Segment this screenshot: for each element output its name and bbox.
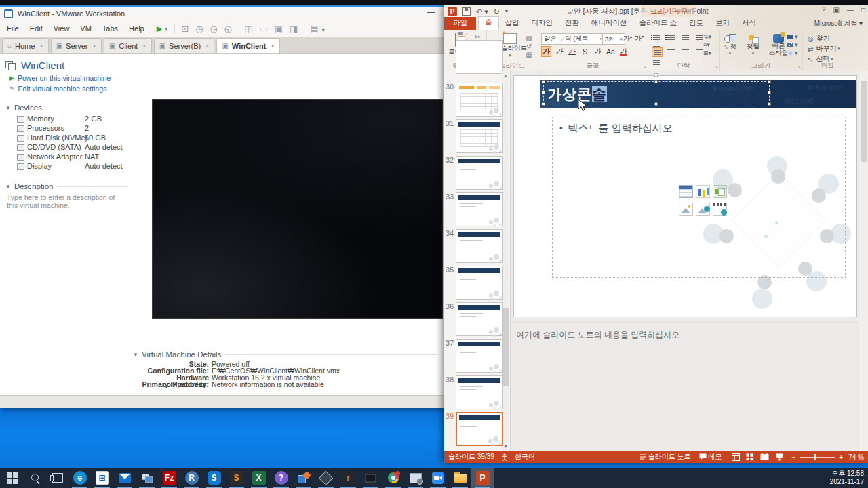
close-tab-icon[interactable]: × <box>142 43 146 49</box>
normal-view-icon[interactable] <box>732 453 740 461</box>
numbering-icon[interactable] <box>666 33 677 43</box>
vm-tab-winclient[interactable]: ▣WinClient× <box>216 38 279 53</box>
close-tab-icon[interactable]: × <box>93 43 96 49</box>
device-row[interactable]: Hard Disk (NVMe)60 GB <box>17 134 134 143</box>
ribbon-tab[interactable]: 보기 <box>709 17 736 30</box>
description-section-header[interactable]: ▼ Description <box>5 182 128 190</box>
align-text-icon[interactable]: ≡▾ <box>703 41 718 49</box>
vm-tab-server(b)[interactable]: ▣Server(B)× <box>154 38 215 53</box>
resize-handle[interactable] <box>542 91 545 94</box>
notes-toggle[interactable]: 슬라이드 노트 <box>639 452 691 462</box>
zoom-in-button[interactable]: + <box>839 453 843 461</box>
slide-thumbnail-partial[interactable] <box>456 40 503 74</box>
r-app-icon[interactable]: R <box>180 468 203 488</box>
slide-thumbnail-31[interactable] <box>456 119 503 153</box>
ribbon-tab[interactable]: 슬라이드 쇼 <box>633 17 683 30</box>
device-row[interactable]: CD/DVD (SATA)Auto detect <box>17 143 134 152</box>
smartart-convert-icon[interactable]: ⊞▾ <box>703 49 718 57</box>
take-snapshot-icon[interactable]: ◷ <box>192 24 206 34</box>
ribbon-tab[interactable]: 서식 <box>736 17 762 30</box>
ribbon-tab[interactable]: 전환 <box>559 17 585 30</box>
device-row[interactable]: Processors2 <box>17 124 134 134</box>
vm-console-preview[interactable] <box>153 100 442 318</box>
pc-settings-icon[interactable] <box>404 468 427 488</box>
quick-styles-button[interactable]: 빠른 스타일 <box>768 34 789 56</box>
device-row[interactable]: Memory2 GB <box>17 115 134 124</box>
arrange-button[interactable]: 정렬▾ <box>747 34 760 57</box>
orange-tool-icon[interactable]: r <box>337 468 359 488</box>
resize-handle[interactable] <box>654 102 658 106</box>
font-size-input[interactable]: 32▾ <box>602 33 625 45</box>
vm-tab-home[interactable]: ⌂Home× <box>2 38 49 53</box>
editor-scrollbar[interactable] <box>859 71 868 451</box>
manage-snapshots-icon[interactable]: ◵ <box>221 24 235 34</box>
help-app-icon[interactable]: ? <box>270 468 292 488</box>
scroll-up-icon[interactable]: ▲ <box>502 72 509 79</box>
store-icon[interactable]: ⊞ <box>91 468 113 488</box>
s-app-icon[interactable]: S <box>203 468 225 488</box>
menu-file[interactable]: File <box>1 24 24 33</box>
vmware-icon[interactable] <box>292 468 315 488</box>
change-case-button[interactable]: Aa <box>606 46 616 57</box>
resize-handle[interactable] <box>654 80 658 83</box>
character-spacing-button[interactable]: 가 <box>593 46 603 57</box>
start-button[interactable] <box>1 468 24 488</box>
close-tab-icon[interactable]: × <box>205 43 209 49</box>
insert-picture-icon[interactable] <box>679 203 693 216</box>
unity-mode-icon[interactable]: ◨ <box>286 24 301 34</box>
insert-table-icon[interactable] <box>679 185 693 198</box>
menu-view[interactable]: View <box>48 24 75 33</box>
help-button[interactable]: ? <box>822 6 826 14</box>
power-on-icon[interactable]: ▶ <box>150 24 165 33</box>
slide-thumbnail-38[interactable] <box>456 375 503 409</box>
dialog-launcher-icon[interactable]: ↘ <box>714 64 718 70</box>
reset-icon[interactable]: ↺ <box>524 42 534 50</box>
ribbon-tab[interactable]: 애니메이션 <box>585 17 633 30</box>
ribbon-tab[interactable]: 디자인 <box>526 17 559 30</box>
device-row[interactable]: DisplayAuto detect <box>17 162 134 171</box>
zoom-out-button[interactable]: − <box>792 453 796 461</box>
powerpoint-icon[interactable]: P <box>471 468 494 488</box>
shape-outline-icon[interactable]: ▾ <box>787 41 802 49</box>
find-button[interactable]: ◎찾기 <box>808 34 830 43</box>
redo-icon[interactable]: ↻ <box>494 7 500 16</box>
shape-fill-icon[interactable]: ▾ <box>787 33 802 41</box>
rotate-handle[interactable] <box>654 73 658 77</box>
italic-button[interactable]: 가 <box>554 46 564 57</box>
ribbon-options-button[interactable]: ▣ <box>833 6 840 14</box>
task-view-button[interactable] <box>46 468 68 488</box>
powerpoint-titlebar[interactable]: P ↶ ▾ ↻ ▾ 교안 [자동 저장].ppt [호환 모드] - Power… <box>444 5 868 18</box>
remote-computers-icon[interactable] <box>136 468 158 488</box>
vm-tab-client[interactable]: ▣Client× <box>104 38 152 53</box>
notes-placeholder[interactable]: 여기에 슬라이드 노트의 내용을 입력하십시오 <box>516 329 679 341</box>
minimize-button[interactable]: — <box>847 6 854 14</box>
text-direction-icon[interactable]: ⇅▾ <box>703 33 718 41</box>
filezilla-icon[interactable]: Fz <box>158 468 180 488</box>
excel-icon[interactable]: X <box>248 468 270 488</box>
zoom-icon[interactable] <box>427 468 449 488</box>
mail-icon[interactable] <box>113 468 136 488</box>
resize-handle[interactable] <box>768 91 771 94</box>
underline-button[interactable]: 가 <box>567 46 577 57</box>
power-on-this-virtual-machine[interactable]: ▶Power on this virtual machine <box>9 74 134 82</box>
body-bullet-text[interactable]: •텍스트를 입력하십시오 <box>559 122 673 135</box>
ribbon-tab[interactable]: 검토 <box>683 17 709 30</box>
language-indicator[interactable]: 한국어 <box>515 452 535 462</box>
accessibility-icon[interactable] <box>501 453 508 461</box>
bold-button[interactable]: 가 <box>541 46 551 57</box>
menu-help[interactable]: Help <box>123 24 150 33</box>
slide-thumbnail-39[interactable] <box>456 412 503 446</box>
font-name-input[interactable]: 맑은 고딕 (제목▾ <box>541 33 605 45</box>
device-row[interactable]: Network AdapterNAT <box>17 152 134 162</box>
vm-details-header[interactable]: ▼ Virtual Machine Details <box>133 350 438 359</box>
vmware-minimize-button[interactable]: — <box>427 7 435 17</box>
maximize-button[interactable]: □ <box>861 6 865 14</box>
slide-thumbnail-30[interactable] <box>456 83 503 117</box>
scrollbar-thumb[interactable] <box>861 81 867 162</box>
edit-virtual-machine-settings[interactable]: ✎Edit virtual machine settings <box>9 85 134 93</box>
slide-thumbnail-33[interactable] <box>456 192 503 226</box>
slideshow-view-icon[interactable] <box>775 453 784 461</box>
account-label[interactable]: Microsoft 계정 ▾ <box>814 19 863 28</box>
slide-thumbnail-32[interactable] <box>456 156 503 190</box>
file-explorer-icon[interactable] <box>449 468 471 488</box>
